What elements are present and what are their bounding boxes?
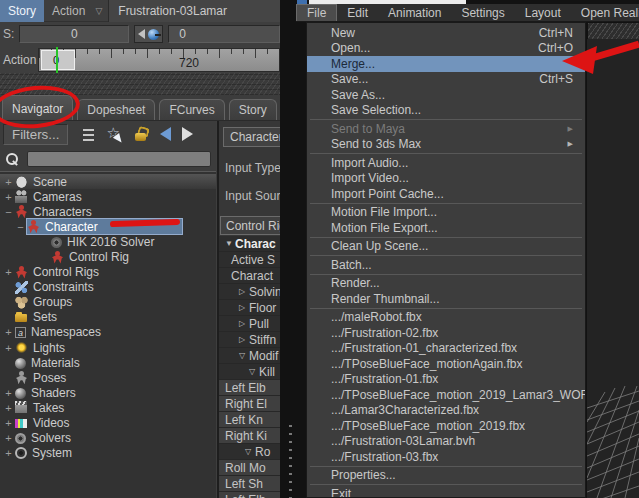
forward-arrow-icon[interactable] [182,127,193,141]
property-row[interactable]: Active S [219,252,280,268]
menu-item-properties[interactable]: Properties... [307,468,585,484]
menu-item-recent-file[interactable]: .../Frustration-03.fbx [307,449,585,465]
tree-item-constraints[interactable]: Constraints [0,280,216,295]
tree-item-cameras[interactable]: + Cameras [0,189,216,204]
property-row[interactable]: ▽Ro [219,444,280,460]
tree-item-system[interactable]: + System [0,446,216,461]
triangle-icon[interactable]: ▽ [249,367,259,376]
expander-icon[interactable]: + [2,191,15,203]
tree-item-scene[interactable]: + Scene [0,174,216,189]
menu-item-batch[interactable]: Batch... [307,257,585,273]
tree-item-poses[interactable]: Poses [0,370,216,385]
expander-icon[interactable]: + [2,266,15,278]
tree-item-character-selected[interactable]: − Character [0,219,216,234]
menu-item-save[interactable]: Save...Ctrl+S [307,72,585,88]
menubar-edit[interactable]: Edit [337,4,378,21]
back-arrow-icon[interactable] [160,127,171,141]
favorites-star-icon[interactable] [106,127,122,142]
menu-item-save-selection[interactable]: Save Selection... [307,103,585,119]
menubar-layout[interactable]: Layout [515,4,571,21]
menu-item-open[interactable]: Open...Ctrl+O [307,41,585,57]
property-row[interactable]: ▽Kill [219,364,280,380]
triangle-icon[interactable]: ▷ [239,287,249,296]
menu-item-import-point-cache[interactable]: Import Point Cache... [307,186,585,202]
tree-item-control-rig[interactable]: Control Rig [0,249,216,264]
tree-item-groups[interactable]: Groups [0,295,216,310]
tree-item-sets[interactable]: Sets [0,310,216,325]
tree-item-control-rigs[interactable]: + Control Rigs [0,265,216,280]
triangle-icon[interactable]: ▽ [245,447,255,456]
triangle-icon[interactable]: ▽ [239,351,249,360]
tab-dopesheet[interactable]: Dopesheet [77,99,155,120]
expander-icon[interactable]: + [2,342,15,354]
expander-icon[interactable]: + [2,417,15,429]
frame-spinner[interactable] [134,25,163,43]
triangle-icon[interactable]: ▼ [225,239,235,248]
property-row[interactable]: Charact [219,268,280,284]
menu-item-recent-file[interactable]: .../TPoseBlueFace_motion_2019.fbx [307,418,585,434]
property-row[interactable]: ▼Charac [219,236,280,252]
spinner-ball-icon[interactable] [148,29,159,40]
current-frame-field[interactable]: 0 [168,25,280,43]
property-row[interactable]: Left Elb [219,492,280,498]
triangle-icon[interactable]: ▷ [239,303,249,312]
menubar-animation[interactable]: Animation [378,4,451,21]
property-row[interactable]: ▷Stiffn [219,332,280,348]
tab-fcurves[interactable]: FCurves [159,99,224,120]
property-row[interactable]: ▷Solvin [219,284,280,300]
viewport-3d[interactable] [587,39,639,498]
tree-item-lights[interactable]: + Lights [0,340,216,355]
property-row[interactable]: Left Elb [219,380,280,396]
character-definition-tab[interactable]: Character D [223,127,280,147]
tab-story[interactable]: Story [229,99,277,120]
list-options-icon[interactable] [79,127,95,142]
tree-item-takes[interactable]: + Takes [0,400,216,415]
property-row[interactable]: Right El [219,396,280,412]
menu-item-recent-file[interactable]: .../maleRobot.fbx [307,310,585,326]
tree-item-namespaces[interactable]: + Namespaces [0,325,216,340]
expander-icon[interactable]: − [14,221,27,233]
expander-icon[interactable]: + [2,447,15,459]
menu-item-recent-file[interactable]: .../Frustration-01_characterized.fbx [307,341,585,357]
tree-item-characters[interactable]: − Characters [0,204,216,219]
tree-item-videos[interactable]: + Videos [0,416,216,431]
menu-item-import-video[interactable]: Import Video... [307,171,585,187]
property-row[interactable]: Left Kn [219,412,280,428]
tree-item-solvers[interactable]: + Solvers [0,431,216,446]
menu-item-clean-up-scene[interactable]: Clean Up Scene... [307,239,585,255]
playhead-marker[interactable] [56,47,58,73]
triangle-icon[interactable]: ▷ [239,335,249,344]
property-row[interactable]: Left Sh [219,476,280,492]
menu-item-motion-file-export[interactable]: Motion File Export... [307,220,585,236]
menubar-file[interactable]: File [296,4,337,21]
timeline-start-box[interactable]: 0 [41,50,75,70]
property-row[interactable]: Right Ki [219,428,280,444]
menu-item-new[interactable]: NewCtrl+N [307,25,585,41]
tree-item-materials[interactable]: Materials [0,355,216,370]
menu-item-import-audio[interactable]: Import Audio... [307,155,585,171]
property-row[interactable]: Roll Mo [219,460,280,476]
search-input[interactable] [27,151,211,167]
timeline-ruler[interactable]: 0 720 [38,48,280,72]
unlock-icon[interactable] [133,127,149,142]
menu-item-recent-file[interactable]: .../TPoseBlueFace_motionAgain.fbx [307,356,585,372]
tree-item-shaders[interactable]: + Shaders [0,385,216,400]
menu-item-motion-file-import[interactable]: Motion File Import... [307,205,585,221]
story-mode-tab[interactable]: Story [0,0,44,22]
menu-item-recent-file[interactable]: .../Frustration-01.fbx [307,372,585,388]
menu-item-recent-file[interactable]: .../Frustration-03Lamar.bvh [307,434,585,450]
property-row[interactable]: ▷Pull [219,316,280,332]
menu-item-send-to-3dsmax[interactable]: Send to 3ds Max [307,137,585,153]
menu-item-render-thumbnail[interactable]: Render Thumbnail... [307,291,585,307]
expander-icon[interactable]: + [2,387,15,399]
control-rig-header[interactable]: Control Rig [220,216,280,235]
menu-item-recent-file[interactable]: .../TPoseBlueFace_motion_2019_Lamar3_WOR… [307,387,585,403]
expander-icon[interactable]: − [2,206,15,218]
menubar-open-reality[interactable]: Open Reality [571,4,639,21]
spinner-left-arrow-icon[interactable] [138,29,145,39]
expander-icon[interactable]: + [2,326,15,338]
chevron-down-icon[interactable] [95,6,102,16]
triangle-icon[interactable]: ▷ [239,319,249,328]
expander-icon[interactable]: + [2,402,15,414]
menu-item-merge-highlighted[interactable]: Merge... [307,56,585,72]
